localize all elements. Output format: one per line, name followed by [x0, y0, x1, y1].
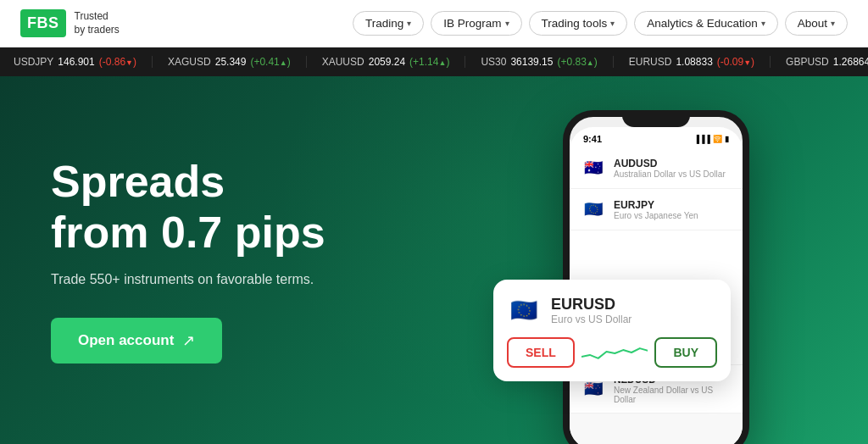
ticker-bar: USDJPY 146.901 (-0.86) XAGUSD 25.349 (+0… — [0, 47, 868, 76]
wifi-icon: 🛜 — [713, 135, 722, 143]
phone-time: 9:41 — [583, 134, 602, 144]
arrow-icon: ↗ — [182, 331, 195, 350]
hero-title: Spreads from 0.7 pips — [51, 157, 817, 258]
chevron-down-icon: ▾ — [407, 19, 411, 28]
eurusd-popup: 🇪🇺 EURUSD Euro vs US Dollar SELL BUY — [493, 280, 731, 381]
buy-button[interactable]: BUY — [654, 337, 717, 368]
pair-desc-nzdusd: New Zealand Dollar vs US Dollar — [614, 386, 731, 404]
popup-header: 🇪🇺 EURUSD Euro vs US Dollar — [507, 293, 717, 327]
signal-icon: ▐▐▐ — [694, 135, 710, 143]
chevron-down-icon: ▾ — [761, 19, 765, 28]
popup-pair-desc: Euro vs US Dollar — [551, 314, 632, 325]
mini-chart — [581, 340, 648, 365]
chevron-down-icon: ▾ — [831, 19, 835, 28]
battery-icon: ▮ — [725, 135, 729, 143]
nav-trading[interactable]: Trading ▾ — [353, 11, 424, 36]
ticker-item-eurusd: EURUSD 1.08833 (-0.09) — [614, 56, 771, 68]
ticker-item-gbpusd: GBPUSD 1.26864 — [771, 56, 868, 68]
popup-pair-name: EURUSD — [551, 296, 632, 314]
main-nav: Trading ▾ IB Program ▾ Trading tools ▾ A… — [353, 11, 848, 36]
phone-status-bar: 9:41 ▐▐▐ 🛜 ▮ — [570, 127, 743, 147]
header: FBS Trusted by traders Trading ▾ IB Prog… — [0, 0, 868, 47]
ticker-item-usdjpy: USDJPY 146.901 (-0.86) — [14, 56, 153, 68]
hero-section: Spreads from 0.7 pips Trade 550+ instrum… — [0, 76, 868, 444]
nav-about[interactable]: About ▾ — [785, 11, 848, 36]
popup-actions: SELL BUY — [507, 337, 717, 368]
chevron-down-icon: ▾ — [610, 19, 615, 28]
nav-ib-program[interactable]: IB Program ▾ — [431, 11, 521, 36]
logo[interactable]: FBS Trusted by traders — [20, 9, 120, 37]
phone-notch — [622, 110, 690, 127]
ticker-item-us30: US30 36139.15 (+0.83) — [465, 56, 613, 68]
phone-status-icons: ▐▐▐ 🛜 ▮ — [694, 135, 729, 143]
chevron-down-icon: ▾ — [505, 19, 509, 28]
nav-analytics-education[interactable]: Analytics & Education ▾ — [634, 11, 778, 36]
logo-fbs: FBS — [20, 9, 66, 37]
sell-button[interactable]: SELL — [507, 337, 575, 368]
logo-tagline: Trusted by traders — [75, 10, 120, 36]
nav-trading-tools[interactable]: Trading tools ▾ — [529, 11, 628, 36]
ticker-item-xagusd: XAGUSD 25.349 (+0.41) — [153, 56, 307, 68]
open-account-button[interactable]: Open account ↗ — [51, 318, 222, 364]
popup-flag-eurusd: 🇪🇺 — [507, 293, 541, 327]
ticker-item-xauusd: XAUUSD 2059.24 (+1.14) — [307, 56, 466, 68]
